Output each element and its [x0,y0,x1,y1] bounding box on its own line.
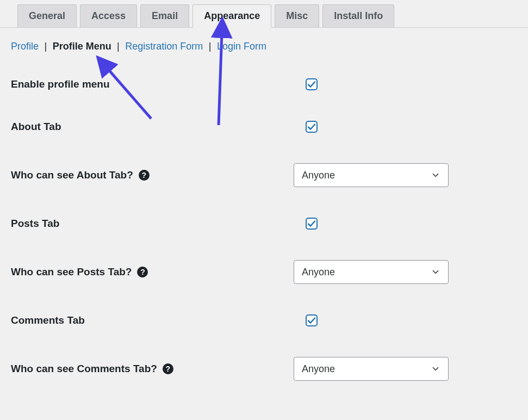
tab-appearance[interactable]: Appearance [192,4,271,28]
label-comments-tab: Comments Tab [11,314,294,326]
chevron-down-icon [431,170,440,180]
help-icon[interactable]: ? [139,170,150,181]
tab-general[interactable]: General [17,4,77,28]
separator: | [117,41,120,52]
label-enable-profile-menu: Enable profile menu [11,78,294,90]
label-posts-tab-visibility: Who can see Posts Tab? ? [11,266,294,278]
select-value: Anyone [302,267,335,278]
row-about-tab: About Tab [11,106,517,148]
main-tabs: General Access Email Appearance Misc Ins… [0,0,528,28]
checkbox-comments-tab[interactable] [306,314,318,326]
checkbox-enable-profile-menu[interactable] [306,78,318,90]
subnav-registration-form[interactable]: Registration Form [125,41,203,52]
row-comments-tab-visibility: Who can see Comments Tab? ? Anyone [11,342,517,396]
separator: | [44,41,47,52]
tab-email[interactable]: Email [140,4,189,28]
settings-form: Enable profile menu About Tab Who can se… [0,58,528,396]
select-comments-tab-visibility[interactable]: Anyone [294,357,449,381]
select-value: Anyone [302,170,335,181]
help-icon[interactable]: ? [137,267,148,277]
select-posts-tab-visibility[interactable]: Anyone [294,260,449,284]
row-enable-profile-menu: Enable profile menu [11,63,517,106]
chevron-down-icon [431,364,440,374]
subnav-profile-menu[interactable]: Profile Menu [53,41,111,52]
row-comments-tab: Comments Tab [11,299,517,342]
check-icon [307,316,316,325]
label-posts-tab: Posts Tab [11,218,294,230]
checkbox-posts-tab[interactable] [306,218,318,230]
tab-misc[interactable]: Misc [275,4,319,28]
tab-access[interactable]: Access [80,4,137,28]
label-comments-tab-visibility: Who can see Comments Tab? ? [11,363,294,375]
tab-install-info[interactable]: Install Info [322,4,394,28]
checkbox-about-tab[interactable] [306,121,318,133]
check-icon [307,80,316,89]
row-about-tab-visibility: Who can see About Tab? ? Anyone [11,148,517,202]
row-posts-tab: Posts Tab [11,202,517,245]
select-about-tab-visibility[interactable]: Anyone [294,163,449,187]
label-about-tab: About Tab [11,121,294,133]
separator: | [209,41,212,52]
label-about-tab-visibility: Who can see About Tab? ? [11,169,294,181]
check-icon [307,122,316,131]
subnav-login-form[interactable]: Login Form [217,41,266,52]
subnav-profile[interactable]: Profile [11,41,39,52]
check-icon [307,219,316,228]
help-icon[interactable]: ? [163,363,173,374]
select-value: Anyone [302,363,335,375]
subnav: Profile | Profile Menu | Registration Fo… [0,28,528,58]
chevron-down-icon [431,267,440,277]
row-posts-tab-visibility: Who can see Posts Tab? ? Anyone [11,245,517,299]
